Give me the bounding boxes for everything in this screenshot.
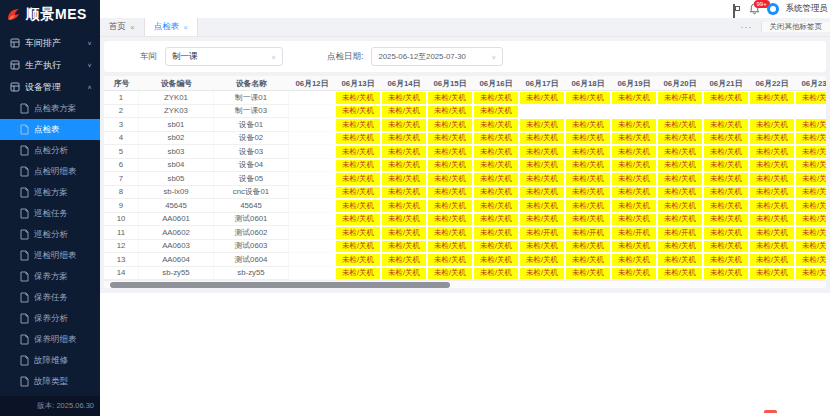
inspection-cell[interactable]: 未检/关机: [795, 145, 826, 159]
inspection-cell[interactable]: 未检/关机: [703, 159, 749, 173]
inspection-cell[interactable]: 未检/关机: [657, 186, 703, 200]
sidebar-item[interactable]: 巡检明细表: [0, 245, 100, 266]
inspection-cell[interactable]: 未检/关机: [381, 240, 427, 254]
inspection-cell[interactable]: 未检/关机: [611, 267, 657, 281]
inspection-cell[interactable]: 未检/关机: [749, 226, 795, 240]
inspection-cell[interactable]: 未检/关机: [795, 118, 826, 132]
inspection-cell[interactable]: 未检/关机: [565, 186, 611, 200]
inspection-cell[interactable]: 未检/关机: [473, 226, 519, 240]
inspection-cell[interactable]: 未检/关机: [335, 145, 381, 159]
inspection-cell[interactable]: 未检/关机: [335, 172, 381, 186]
date-range-picker[interactable]: 2025-06-12至2025-07-30 ∨: [371, 47, 503, 66]
sidebar-item[interactable]: 保养任务: [0, 287, 100, 308]
inspection-cell[interactable]: 未检/关机: [657, 199, 703, 213]
inspection-cell[interactable]: 未检/关机: [749, 267, 795, 281]
inspection-cell[interactable]: 未检/关机: [749, 199, 795, 213]
inspection-cell[interactable]: 未检/关机: [473, 172, 519, 186]
inspection-cell[interactable]: 未检/关机: [565, 172, 611, 186]
inspection-cell[interactable]: 未检/关机: [335, 186, 381, 200]
inspection-cell[interactable]: 未检/关机: [749, 240, 795, 254]
inspection-cell[interactable]: 未检/关机: [565, 91, 611, 105]
inspection-cell[interactable]: 未检/关机: [473, 132, 519, 146]
inspection-cell[interactable]: 未检/关机: [611, 118, 657, 132]
inspection-cell[interactable]: 未检/关机: [427, 267, 473, 281]
inspection-cell[interactable]: 未检/关机: [749, 145, 795, 159]
inspection-cell[interactable]: 未检/关机: [381, 213, 427, 227]
inspection-cell[interactable]: 未检/关机: [427, 253, 473, 267]
inspection-cell[interactable]: 未检/关机: [611, 91, 657, 105]
inspection-cell[interactable]: 未检/关机: [473, 253, 519, 267]
inspection-cell[interactable]: 未检/关机: [381, 186, 427, 200]
inspection-cell[interactable]: 未检/关机: [703, 253, 749, 267]
inspection-cell[interactable]: 未检/关机: [565, 145, 611, 159]
inspection-cell[interactable]: 未检/关机: [703, 267, 749, 281]
inspection-cell[interactable]: 未检/关机: [657, 145, 703, 159]
inspection-cell[interactable]: 未检/关机: [519, 91, 565, 105]
horizontal-scrollbar[interactable]: [104, 280, 826, 288]
inspection-cell[interactable]: 未检/关机: [611, 240, 657, 254]
inspection-cell[interactable]: 未检/关机: [381, 132, 427, 146]
inspection-cell[interactable]: 未检/关机: [795, 253, 826, 267]
inspection-cell[interactable]: 未检/关机: [657, 172, 703, 186]
inspection-cell[interactable]: 未检/关机: [795, 132, 826, 146]
inspection-cell[interactable]: 未检/开机: [657, 226, 703, 240]
workshop-select[interactable]: 制一课 ∨: [165, 47, 283, 66]
inspection-cell[interactable]: 未检/关机: [611, 186, 657, 200]
fullscreen-icon[interactable]: [733, 5, 742, 14]
inspection-cell[interactable]: 未检/关机: [335, 226, 381, 240]
inspection-cell[interactable]: 未检/关机: [519, 213, 565, 227]
inspection-cell[interactable]: 未检/关机: [427, 132, 473, 146]
inspection-cell[interactable]: 未检/关机: [749, 213, 795, 227]
inspection-cell[interactable]: 未检/关机: [427, 199, 473, 213]
inspection-cell[interactable]: 未检/关机: [335, 240, 381, 254]
inspection-cell[interactable]: 未检/关机: [657, 267, 703, 281]
inspection-cell[interactable]: 未检/关机: [473, 267, 519, 281]
sidebar-item[interactable]: 故障维修: [0, 350, 100, 371]
inspection-cell[interactable]: 未检/关机: [657, 213, 703, 227]
sidebar-item[interactable]: 巡检分析: [0, 224, 100, 245]
inspection-cell[interactable]: 未检/关机: [427, 213, 473, 227]
inspection-cell[interactable]: 未检/关机: [611, 132, 657, 146]
inspection-cell[interactable]: 未检/关机: [565, 132, 611, 146]
sidebar-item[interactable]: 巡检方案: [0, 182, 100, 203]
inspection-cell[interactable]: 未检/关机: [703, 118, 749, 132]
inspection-cell[interactable]: 未检/关机: [473, 159, 519, 173]
inspection-cell[interactable]: 未检/关机: [427, 186, 473, 200]
inspection-cell[interactable]: 未检/关机: [657, 159, 703, 173]
inspection-cell[interactable]: 未检/关机: [703, 213, 749, 227]
inspection-cell[interactable]: 未检/开机: [519, 226, 565, 240]
inspection-cell[interactable]: 未检/关机: [335, 105, 381, 119]
inspection-cell[interactable]: 未检/关机: [427, 159, 473, 173]
inspection-cell[interactable]: 未检/关机: [427, 105, 473, 119]
sidebar-item[interactable]: 点检分析: [0, 140, 100, 161]
inspection-cell[interactable]: 未检/关机: [427, 172, 473, 186]
inspection-cell[interactable]: 未检/关机: [795, 159, 826, 173]
inspection-cell[interactable]: 未检/关机: [335, 159, 381, 173]
sidebar-item[interactable]: 点检表方案: [0, 98, 100, 119]
sidebar-item[interactable]: 保养明细表: [0, 329, 100, 350]
inspection-cell[interactable]: 未检/关机: [519, 186, 565, 200]
inspection-cell[interactable]: 未检/关机: [519, 118, 565, 132]
inspection-cell[interactable]: 未检/关机: [381, 145, 427, 159]
inspection-cell[interactable]: 未检/关机: [565, 118, 611, 132]
inspection-cell[interactable]: 未检/关机: [427, 91, 473, 105]
inspection-cell[interactable]: 未检/关机: [473, 240, 519, 254]
inspection-cell[interactable]: 未检/关机: [519, 253, 565, 267]
inspection-cell[interactable]: 未检/关机: [381, 199, 427, 213]
inspection-cell[interactable]: 未检/关机: [749, 91, 795, 105]
inspection-cell[interactable]: 未检/关机: [519, 199, 565, 213]
sidebar-group-2[interactable]: 设备管理∧: [0, 76, 100, 98]
inspection-cell[interactable]: 未检/关机: [473, 213, 519, 227]
sidebar-item[interactable]: 巡检任务: [0, 203, 100, 224]
inspection-cell[interactable]: 未检/关机: [473, 145, 519, 159]
inspection-cell[interactable]: 未检/关机: [795, 91, 826, 105]
inspection-cell[interactable]: 未检/关机: [381, 91, 427, 105]
inspection-cell[interactable]: 未检/关机: [611, 199, 657, 213]
sidebar-item[interactable]: 保养分析: [0, 308, 100, 329]
user-avatar[interactable]: [767, 3, 779, 15]
inspection-cell[interactable]: 未检/关机: [427, 145, 473, 159]
inspection-cell[interactable]: 未检/关机: [381, 159, 427, 173]
inspection-cell[interactable]: 未检/关机: [703, 186, 749, 200]
inspection-cell[interactable]: 未检/关机: [703, 226, 749, 240]
sidebar-group-0[interactable]: 车间排产∨: [0, 32, 100, 54]
